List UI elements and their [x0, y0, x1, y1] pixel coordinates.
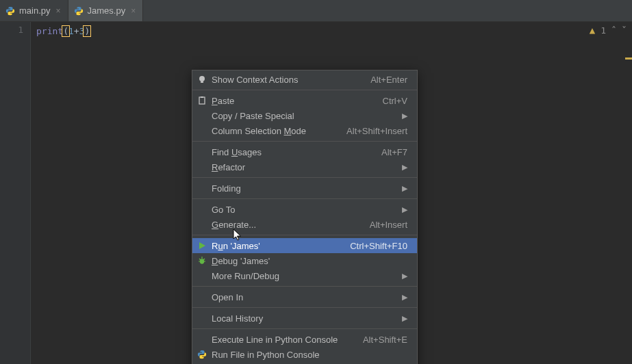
menu-execute-line-console[interactable]: Execute Line in Python Console Alt+Shift… — [192, 332, 417, 347]
menu-run-file-console[interactable]: Run File in Python Console — [192, 347, 417, 362]
menu-separator — [192, 198, 417, 199]
menu-show-context-actions[interactable]: Show Context Actions Alt+Enter — [192, 72, 417, 87]
tab-label: main.py — [19, 5, 51, 16]
tab-label: James.py — [88, 5, 126, 16]
menu-label: Local History — [212, 313, 402, 324]
menu-label: Open In — [212, 292, 402, 302]
svg-line-10 — [203, 259, 205, 260]
editor-context-menu: Show Context Actions Alt+Enter Paste Ctr… — [192, 70, 418, 364]
menu-shortcut: Alt+Enter — [370, 75, 407, 85]
svg-point-0 — [199, 76, 205, 81]
menu-label: Column Selection Mode — [212, 126, 346, 136]
menu-separator — [192, 177, 417, 178]
menu-debug-james[interactable]: Debug 'James' — [192, 253, 417, 268]
token-number: 1 — [68, 26, 74, 36]
menu-label: Show Context Actions — [212, 75, 370, 85]
menu-shortcut: Alt+Shift+E — [363, 335, 407, 345]
token-close-paren: ) — [83, 25, 91, 37]
menu-separator — [192, 90, 417, 90]
submenu-arrow-icon: ▶ — [402, 184, 407, 193]
overview-marker-warning[interactable] — [625, 57, 632, 60]
tab-james-py[interactable]: James.py × — [68, 0, 144, 21]
line-number: 1 — [0, 25, 23, 35]
bulb-icon — [197, 74, 207, 85]
python-file-icon — [74, 6, 84, 16]
menu-label: Run File in Python Console — [212, 350, 407, 360]
editor-area: 1 print(1+3) ▲ 1 ˄ ˅ Show Context Action… — [0, 22, 632, 364]
warning-icon: ▲ — [590, 25, 595, 36]
menu-refactor[interactable]: Refactor ▶ — [192, 159, 417, 174]
close-tab-icon[interactable]: × — [55, 6, 62, 16]
menu-label: Copy / Paste Special — [212, 111, 402, 121]
close-tab-icon[interactable]: × — [129, 6, 137, 16]
warning-count: 1 — [601, 25, 606, 36]
paste-icon — [197, 95, 207, 106]
menu-folding[interactable]: Folding ▶ — [192, 181, 417, 196]
python-icon — [197, 349, 207, 360]
menu-separator — [192, 235, 417, 235]
menu-separator — [192, 286, 417, 287]
menu-paste[interactable]: Paste Ctrl+V — [192, 93, 417, 108]
menu-open-in[interactable]: Open In ▶ — [192, 289, 417, 304]
submenu-arrow-icon: ▶ — [402, 293, 407, 302]
menu-find-usages[interactable]: Find Usages Alt+F7 — [192, 144, 417, 159]
menu-shortcut: Ctrl+Shift+F10 — [350, 241, 407, 251]
menu-label: Generate... — [212, 220, 370, 230]
submenu-arrow-icon: ▶ — [402, 205, 407, 214]
menu-shortcut: Alt+Insert — [370, 220, 407, 230]
menu-more-run-debug[interactable]: More Run/Debug ▶ — [192, 268, 417, 283]
menu-shortcut: Alt+F7 — [381, 147, 407, 157]
tab-main-py[interactable]: main.py × — [0, 0, 68, 21]
submenu-arrow-icon: ▶ — [402, 112, 407, 120]
menu-go-to[interactable]: Go To ▶ — [192, 202, 417, 217]
menu-generate[interactable]: Generate... Alt+Insert — [192, 217, 417, 232]
menu-column-selection-mode[interactable]: Column Selection Mode Alt+Shift+Insert — [192, 123, 417, 138]
menu-label: More Run/Debug — [212, 271, 402, 281]
token-operator: + — [74, 26, 79, 36]
menu-label: Refactor — [212, 162, 402, 172]
debug-icon — [197, 255, 207, 266]
submenu-arrow-icon: ▶ — [402, 163, 407, 172]
menu-label: Paste — [212, 96, 383, 106]
chevron-down-icon[interactable]: ˅ — [622, 25, 627, 36]
chevron-up-icon[interactable]: ˄ — [611, 25, 616, 36]
menu-separator — [192, 328, 417, 329]
run-icon — [197, 240, 207, 251]
svg-rect-2 — [199, 97, 205, 104]
svg-rect-1 — [201, 81, 203, 83]
menu-separator — [192, 307, 417, 308]
menu-label: Execute Line in Python Console — [212, 335, 363, 345]
submenu-arrow-icon: ▶ — [402, 314, 407, 323]
menu-copy-paste-special[interactable]: Copy / Paste Special ▶ — [192, 108, 417, 123]
menu-label: Run 'James' — [212, 241, 350, 251]
svg-rect-3 — [201, 96, 203, 98]
menu-shortcut: Alt+Shift+Insert — [346, 126, 407, 136]
svg-line-9 — [199, 259, 201, 260]
menu-label: Find Usages — [212, 147, 381, 157]
menu-label: Folding — [212, 183, 402, 194]
editor-gutter: 1 — [0, 22, 31, 364]
menu-label: Go To — [212, 205, 402, 215]
menu-separator — [192, 141, 417, 142]
menu-run-james[interactable]: Run 'James' Ctrl+Shift+F10 — [192, 238, 417, 253]
menu-shortcut: Ctrl+V — [383, 96, 407, 106]
code-line[interactable]: print(1+3) — [36, 25, 627, 38]
svg-marker-4 — [199, 242, 205, 249]
token-function: print — [36, 26, 63, 36]
menu-local-history[interactable]: Local History ▶ — [192, 311, 417, 326]
python-file-icon — [5, 6, 15, 16]
inspections-widget[interactable]: ▲ 1 ˄ ˅ — [590, 25, 627, 36]
tab-bar: main.py × James.py × — [0, 0, 632, 22]
submenu-arrow-icon: ▶ — [402, 272, 407, 281]
menu-label: Debug 'James' — [212, 256, 407, 266]
